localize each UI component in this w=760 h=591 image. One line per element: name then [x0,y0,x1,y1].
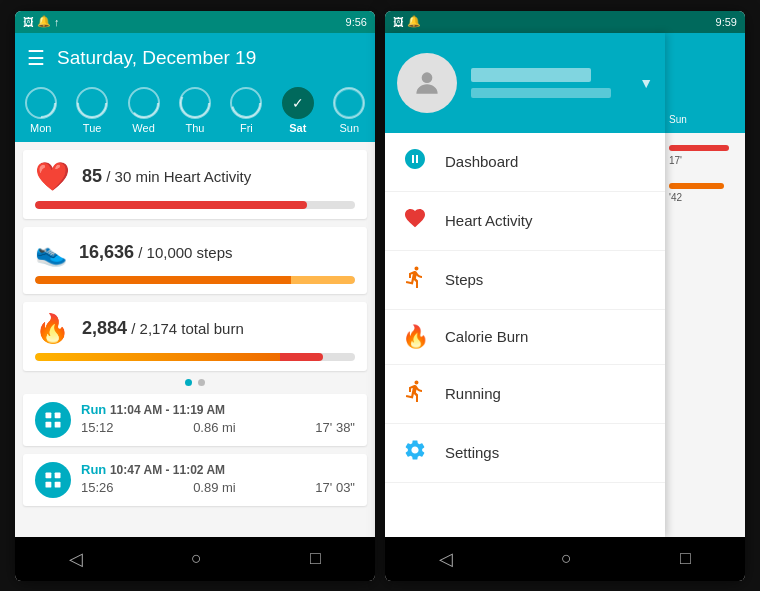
activity-card-2[interactable]: Run 10:47 AM - 11:02 AM 15:26 0.89 mi 17… [23,454,367,506]
user-detail-bar [471,88,611,98]
day-mon[interactable]: Mon [25,87,57,134]
menu-button[interactable]: ☰ [27,46,45,70]
heart-icon: ❤️ [35,160,70,193]
svg-point-14 [422,72,433,83]
activity-duration-2: 15:26 [81,480,114,495]
svg-rect-12 [46,481,52,487]
day-circle-fri [230,87,262,119]
day-tue[interactable]: Tue [76,87,108,134]
day-label-tue: Tue [83,122,102,134]
svg-point-0 [27,89,55,117]
calorie-card[interactable]: 🔥 2,884 / 2,174 total burn [23,302,367,371]
nav-bar-left: ◁ ○ □ [15,537,375,581]
screens-container: 🖼 🔔 ↑ 9:56 ☰ Saturday, December 19 Mon [15,11,745,581]
home-button-right[interactable]: ○ [561,548,572,569]
heart-bar-bg [35,201,355,209]
running-menu-icon [401,379,429,409]
apps-button-right[interactable]: □ [680,548,691,569]
calorie-menu-icon: 🔥 [401,324,429,350]
drawer-header: ▼ [385,33,665,133]
svg-rect-10 [46,472,52,478]
activity-time-2: 10:47 AM - 11:02 AM [110,463,225,477]
activity-time-1: 11:04 AM - 11:19 AM [110,403,225,417]
menu-item-running[interactable]: Running [385,365,665,424]
activity-distance-2: 0.89 mi [193,480,236,495]
peek-stat-2: '42 [669,192,741,203]
activity-card-1[interactable]: Run 11:04 AM - 11:19 AM 15:12 0.86 mi 17… [23,394,367,446]
days-navigation: Mon Tue Wed Thu [15,83,375,142]
menu-item-settings[interactable]: Settings [385,424,665,483]
steps-unit: / 10,000 steps [138,244,232,261]
app-header-left: ☰ Saturday, December 19 [15,33,375,83]
day-sun[interactable]: Sun [333,87,365,134]
day-label-thu: Thu [185,122,204,134]
notification-icon-right: 🖼 [393,16,404,28]
activity-type-1: Run [81,402,106,417]
activity-pace-2: 17' 03" [315,480,355,495]
day-label-sat: Sat [289,122,306,134]
svg-rect-9 [55,421,61,427]
svg-rect-8 [46,421,52,427]
menu-label-heart: Heart Activity [445,212,533,229]
dashboard-icon [401,147,429,177]
day-label-wed: Wed [132,122,154,134]
calorie-stat-row: 🔥 2,884 / 2,174 total burn [35,312,355,345]
menu-item-heart[interactable]: Heart Activity [385,192,665,251]
apps-button-left[interactable]: □ [310,548,321,569]
avatar [397,53,457,113]
svg-point-1 [78,89,106,117]
peek-content: 17' '42 [665,133,745,214]
steps-stat-text: 16,636 / 10,000 steps [79,242,232,263]
steps-bar-fill [35,276,355,284]
day-fri[interactable]: Fri [230,87,262,134]
svg-rect-13 [55,481,61,487]
menu-item-steps[interactable]: Steps [385,251,665,310]
steps-card[interactable]: 👟 16,636 / 10,000 steps [23,227,367,294]
day-sat[interactable]: ✓ Sat [282,87,314,134]
user-name-bar [471,68,591,82]
activity-stats-2: 15:26 0.89 mi 17' 03" [81,480,355,495]
menu-label-running: Running [445,385,501,402]
bell-icon-right: 🔔 [407,15,421,28]
svg-rect-6 [46,412,52,418]
day-circle-mon [25,87,57,119]
heart-stat-text: 85 / 30 min Heart Activity [82,166,251,187]
right-phone: 🖼 🔔 9:59 Sun 17' '42 [385,11,745,581]
nav-bar-right: ◁ ○ □ [385,537,745,581]
day-thu[interactable]: Thu [179,87,211,134]
peek-stat-1: 17' [669,155,741,166]
dropdown-arrow-icon[interactable]: ▼ [639,75,653,91]
heart-activity-card[interactable]: ❤️ 85 / 30 min Heart Activity [23,150,367,219]
fire-icon: 🔥 [35,312,70,345]
peek-bar [669,145,729,151]
day-circle-sun [333,87,365,119]
user-info [471,68,625,98]
activity-run-icon-2 [35,462,71,498]
heart-unit: / 30 min Heart Activity [106,168,251,185]
home-button-left[interactable]: ○ [191,548,202,569]
day-label-sun: Sun [339,122,359,134]
day-wed[interactable]: Wed [128,87,160,134]
menu-item-dashboard[interactable]: Dashboard [385,133,665,192]
status-bar-left: 🖼 🔔 ↑ 9:56 [15,11,375,33]
day-circle-sat: ✓ [282,87,314,119]
back-button-left[interactable]: ◁ [69,548,83,570]
back-button-right[interactable]: ◁ [439,548,453,570]
day-label-fri: Fri [240,122,253,134]
stats-area: ❤️ 85 / 30 min Heart Activity 👟 16,636 [15,142,375,537]
svg-point-4 [232,89,260,117]
menu-label-settings: Settings [445,444,499,461]
calorie-bar-bg [35,353,355,361]
status-right-icons: 🖼 🔔 [393,15,421,28]
peek-header: Sun [665,33,745,133]
dot-2[interactable] [198,379,205,386]
left-phone: 🖼 🔔 ↑ 9:56 ☰ Saturday, December 19 Mon [15,11,375,581]
svg-rect-7 [55,412,61,418]
drawer-panel: ▼ Dashboard [385,33,665,537]
bell-icon: 🔔 [37,15,51,28]
menu-label-calories: Calorie Burn [445,328,528,345]
heart-bar-fill [35,201,307,209]
heart-menu-icon [401,206,429,236]
dot-1[interactable] [185,379,192,386]
menu-item-calories[interactable]: 🔥 Calorie Burn [385,310,665,365]
